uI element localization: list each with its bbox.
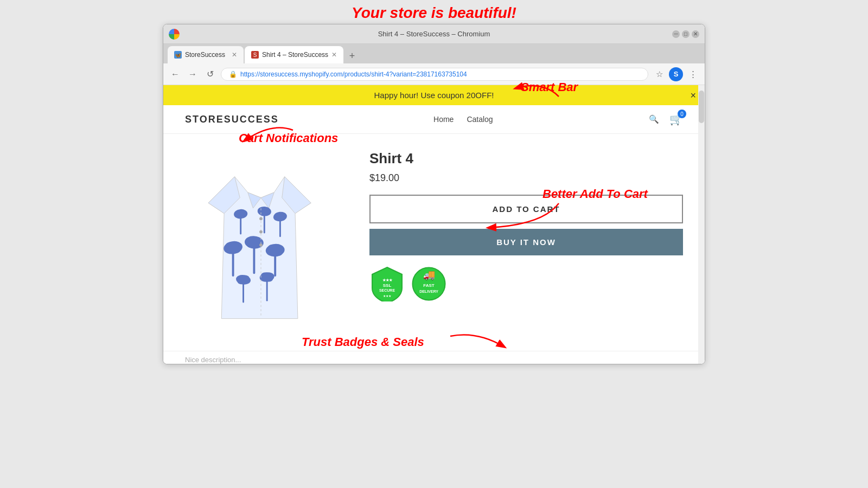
svg-text:FAST: FAST	[423, 283, 435, 288]
add-to-cart-button[interactable]: ADD TO CART	[369, 195, 683, 223]
smart-bar-close-button[interactable]: ×	[690, 89, 696, 101]
store-header-icons: 🔍 🛒 0	[648, 113, 683, 126]
title-bar-controls: ─ □ ✕	[672, 30, 699, 38]
page-content: Happy hour! Use coupon 20OFF! × STORESUC…	[163, 85, 705, 364]
store-logo: STORESUCCESS	[185, 114, 279, 125]
svg-rect-12	[242, 282, 244, 303]
maximize-icon[interactable]: □	[682, 30, 690, 38]
description-hint: Nice description...	[163, 351, 705, 364]
google-avatar[interactable]: S	[669, 67, 683, 81]
menu-icon[interactable]: ⋮	[686, 68, 699, 81]
svg-text:SSL: SSL	[383, 283, 392, 288]
svg-text:DELIVERY: DELIVERY	[419, 290, 438, 293]
title-bar: Shirt 4 – StoreSuccess – Chromium ─ □ ✕	[163, 24, 705, 44]
smart-bar-text: Happy hour! Use coupon 20OFF!	[374, 91, 494, 100]
trust-badges: ★★★ SSL SECURE ★★★ 🚚 FAST DELIVERY	[369, 266, 683, 301]
tab2-favicon: S	[251, 51, 259, 59]
toolbar-right: ☆ S ⋮	[653, 67, 699, 81]
store-header: STORESUCCESS Home Catalog 🔍 🛒 0	[163, 105, 705, 134]
minimize-icon[interactable]: ─	[672, 30, 680, 38]
svg-rect-18	[240, 216, 241, 235]
fast-delivery-badge: 🚚 FAST DELIVERY	[411, 266, 446, 301]
product-image-col	[185, 150, 337, 335]
nav-home[interactable]: Home	[433, 115, 454, 124]
svg-text:🚚: 🚚	[423, 269, 436, 281]
back-button[interactable]: ←	[169, 68, 182, 81]
page-wrapper: Your store is beautiful! Shirt 4 – Store…	[0, 0, 868, 488]
cart-icon-wrap[interactable]: 🛒 0	[669, 113, 683, 126]
chrome-icon	[169, 29, 180, 40]
svg-text:★★★: ★★★	[382, 278, 393, 282]
store-nav: Home Catalog	[433, 115, 493, 124]
svg-point-29	[259, 230, 263, 234]
lock-icon: 🔒	[229, 70, 237, 78]
buy-now-button[interactable]: BUY IT NOW	[369, 229, 683, 255]
product-info-col: Shirt 4 $19.00 ADD TO CART BUY IT NOW ★★…	[369, 150, 683, 301]
tab2-label: Shirt 4 – StoreSuccess	[262, 51, 328, 59]
new-tab-button[interactable]: +	[344, 48, 360, 63]
smart-bar: Happy hour! Use coupon 20OFF! ×	[163, 85, 705, 105]
tab1-label: StoreSuccess	[185, 51, 225, 59]
svg-rect-15	[266, 279, 268, 301]
svg-text:SECURE: SECURE	[379, 288, 395, 292]
tab2-close[interactable]: ✕	[331, 51, 337, 59]
tab1-favicon: 🦋	[174, 51, 182, 59]
shirt-illustration	[190, 156, 331, 329]
svg-rect-21	[264, 214, 265, 234]
scroll-thumb[interactable]	[699, 91, 704, 123]
address-bar: ← → ↺ 🔒 https://storesuccess.myshopify.c…	[163, 63, 705, 85]
scroll-bar[interactable]	[698, 85, 705, 364]
ssl-badge: ★★★ SSL SECURE ★★★	[369, 266, 405, 301]
product-title: Shirt 4	[369, 150, 683, 167]
nav-catalog[interactable]: Catalog	[467, 115, 493, 124]
close-icon[interactable]: ✕	[692, 30, 699, 38]
address-text: https://storesuccess.myshopify.com/produ…	[240, 70, 467, 78]
cart-badge: 0	[678, 110, 686, 118]
product-image	[185, 150, 337, 335]
top-annotation: Your store is beautiful!	[0, 0, 868, 25]
reload-button[interactable]: ↺	[203, 68, 216, 81]
browser-window: Shirt 4 – StoreSuccess – Chromium ─ □ ✕ …	[163, 24, 705, 364]
address-input[interactable]: 🔒 https://storesuccess.myshopify.com/pro…	[221, 68, 648, 81]
svg-point-30	[259, 243, 263, 247]
tab-bar: 🦋 StoreSuccess ✕ S Shirt 4 – StoreSucces…	[163, 44, 705, 63]
svg-rect-24	[279, 219, 281, 237]
search-icon[interactable]: 🔍	[648, 113, 661, 126]
svg-rect-4	[253, 245, 255, 274]
forward-button[interactable]: →	[186, 68, 199, 81]
tab-storesuccess[interactable]: 🦋 StoreSuccess ✕	[168, 46, 244, 63]
product-area: Shirt 4 $19.00 ADD TO CART BUY IT NOW ★★…	[163, 134, 705, 351]
tab-shirt4[interactable]: S Shirt 4 – StoreSuccess ✕	[245, 46, 343, 63]
svg-point-28	[259, 217, 263, 220]
product-price: $19.00	[369, 172, 683, 184]
bookmark-icon[interactable]: ☆	[653, 68, 666, 81]
svg-text:★★★: ★★★	[383, 294, 391, 298]
svg-rect-0	[232, 251, 234, 277]
tab1-close[interactable]: ✕	[232, 51, 237, 59]
title-bar-text: Shirt 4 – StoreSuccess – Chromium	[378, 30, 490, 38]
